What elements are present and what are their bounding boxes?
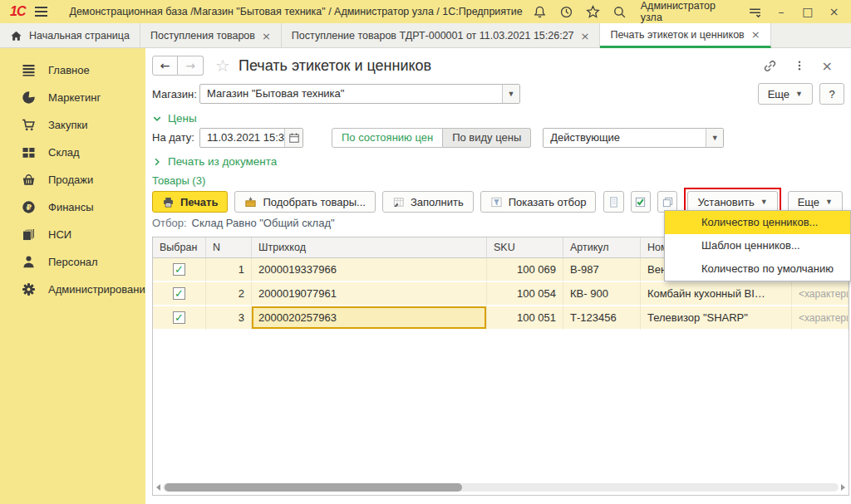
cell-sku[interactable]: 100 069	[487, 258, 563, 282]
notifications-bell-icon[interactable]	[533, 5, 547, 19]
sidebar-item-5[interactable]: ₽Финансы	[0, 193, 145, 221]
sidebar-item-3[interactable]: Склад	[0, 139, 145, 166]
table-row-3[interactable]: ✓32000020257963100 051Т-123456Телевизор …	[153, 306, 849, 330]
current-user[interactable]: Администратор узла	[641, 0, 734, 23]
check-all-button[interactable]	[631, 191, 651, 213]
horizontal-scrollbar[interactable]	[163, 483, 839, 492]
cell-barcode[interactable]: 2000019337966	[252, 258, 487, 282]
history-icon[interactable]	[559, 5, 573, 19]
tab-1[interactable]: Поступления товаров×	[140, 23, 282, 48]
cell-article[interactable]: В-987	[563, 258, 641, 282]
stack-icon	[22, 228, 36, 242]
main-menu-icon[interactable]	[35, 7, 47, 17]
cell-characteristic[interactable]: <характерист	[792, 282, 849, 306]
menu-item-1[interactable]: Шаблон ценников...	[665, 234, 850, 257]
back-button[interactable]: ←	[152, 56, 178, 76]
tab-close-icon[interactable]: ×	[751, 29, 760, 40]
tab-0[interactable]: Начальная страница	[0, 23, 140, 48]
price-kind-value[interactable]: Действующие	[544, 129, 706, 147]
help-button[interactable]: ?	[819, 83, 844, 105]
filter-row: Отбор: Склад Равно "Общий склад"	[152, 217, 335, 229]
tab-2[interactable]: Поступление товаров ТДРТ-000001 от 11.03…	[282, 23, 601, 48]
print-from-doc-section-header[interactable]: Печать из документа	[152, 155, 277, 168]
form-more-button[interactable]: Еще▼	[758, 83, 813, 105]
row-checkbox[interactable]: ✓	[173, 311, 185, 324]
menu-item-0[interactable]: Количество ценников...	[665, 211, 850, 234]
sidebar-item-1[interactable]: Маркетинг	[0, 84, 145, 111]
cell-checked[interactable]: ✓	[153, 282, 206, 306]
sidebar-item-0[interactable]: Главное	[0, 56, 145, 84]
sidebar-item-label: Финансы	[48, 201, 94, 213]
table-row-2[interactable]: ✓22000019077961100 054КВ- 900Комбайн кух…	[153, 282, 849, 306]
service-menu-icon[interactable]	[748, 5, 762, 19]
sidebar-item-label: Главное	[48, 64, 90, 76]
maximize-button[interactable]: □	[800, 5, 814, 18]
fill-button[interactable]: Заполнить	[382, 191, 474, 213]
link-icon[interactable]	[763, 59, 777, 73]
basket-icon	[22, 173, 36, 187]
scrollbar-thumb[interactable]	[165, 483, 462, 492]
sidebar-item-2[interactable]: Закупки	[0, 111, 145, 139]
row-checkbox[interactable]: ✓	[173, 263, 185, 276]
prices-section-header[interactable]: Цены	[152, 112, 197, 125]
cell-barcode[interactable]: 2000019077961	[252, 282, 487, 306]
store-input[interactable]: Магазин "Бытовая техника" ▼	[199, 84, 520, 104]
cell-n[interactable]: 3	[206, 306, 252, 330]
cell-n[interactable]: 2	[206, 282, 252, 306]
cell-article[interactable]: КВ- 900	[563, 282, 641, 306]
favorites-star-icon[interactable]	[586, 5, 600, 19]
cell-sku[interactable]: 100 051	[487, 306, 563, 330]
cell-checked[interactable]: ✓	[153, 258, 206, 282]
sidebar-item-label: Маркетинг	[48, 91, 101, 104]
tab-close-icon[interactable]: ×	[262, 31, 271, 42]
column-header[interactable]: SKU	[487, 237, 563, 258]
tab-3[interactable]: Печать этикеток и ценников×	[600, 23, 770, 48]
sidebar-item-8[interactable]: Администрирование	[0, 276, 145, 303]
cell-checked[interactable]: ✓	[153, 306, 206, 330]
more-dots-icon[interactable]	[794, 59, 805, 72]
scroll-left-arrow[interactable]	[156, 484, 160, 491]
grid-icon	[22, 145, 36, 159]
scroll-right-arrow[interactable]	[841, 484, 845, 491]
price-kind-dropdown-arrow-icon[interactable]: ▼	[706, 129, 723, 147]
store-value[interactable]: Магазин "Бытовая техника"	[200, 85, 502, 103]
caret-down-icon: ▼	[795, 90, 803, 98]
column-header[interactable]: Выбран	[153, 237, 206, 258]
close-window-button[interactable]: ×	[827, 5, 841, 18]
cell-characteristic[interactable]: <характерист	[792, 306, 849, 330]
forward-button[interactable]: →	[178, 56, 204, 76]
filter-value[interactable]: Склад Равно "Общий склад"	[192, 217, 335, 229]
search-icon[interactable]	[612, 5, 627, 19]
sidebar-item-6[interactable]: НСИ	[0, 221, 145, 248]
show-filter-button[interactable]: Показать отбор	[480, 191, 597, 213]
print-button[interactable]: Печать	[152, 191, 228, 213]
goods-count-label[interactable]: Товары (3)	[152, 174, 205, 187]
calendar-icon[interactable]	[284, 129, 303, 147]
store-dropdown-arrow-icon[interactable]: ▼	[502, 85, 519, 103]
menu-item-2[interactable]: Количество по умолчанию	[665, 257, 850, 281]
date-input[interactable]: 11.03.2021 15:31:37	[199, 128, 303, 148]
sidebar-item-4[interactable]: Продажи	[0, 166, 145, 193]
minimize-button[interactable]: –	[775, 5, 789, 18]
column-header[interactable]: N	[206, 237, 252, 258]
price-kind-select[interactable]: Действующие ▼	[543, 128, 724, 148]
single-sheet-button[interactable]	[603, 191, 623, 213]
cell-barcode[interactable]: 2000020257963	[252, 306, 487, 330]
tab-close-icon[interactable]: ×	[581, 31, 590, 42]
cell-name[interactable]: Комбайн кухонный BI…	[641, 282, 792, 306]
cell-name[interactable]: Телевизор "SHARP"	[641, 306, 792, 330]
column-header[interactable]: Штрихкод	[252, 237, 487, 258]
toggle-by-price-state[interactable]: По состоянию цен	[332, 128, 443, 148]
toggle-by-price-kind[interactable]: По виду цены	[443, 128, 531, 148]
sidebar-item-7[interactable]: Персонал	[0, 248, 145, 276]
row-checkbox[interactable]: ✓	[173, 287, 185, 300]
cell-article[interactable]: Т-123456	[563, 306, 641, 330]
cell-n[interactable]: 1	[206, 258, 252, 282]
favorite-star-icon[interactable]: ☆	[215, 56, 230, 76]
close-form-icon[interactable]: ×	[822, 58, 833, 74]
filter-label: Отбор:	[152, 217, 187, 229]
column-header[interactable]: Артикул	[563, 237, 641, 258]
date-value[interactable]: 11.03.2021 15:31:37	[200, 129, 284, 147]
cell-sku[interactable]: 100 054	[487, 282, 563, 306]
pick-goods-button[interactable]: Подобрать товары...	[234, 191, 376, 213]
